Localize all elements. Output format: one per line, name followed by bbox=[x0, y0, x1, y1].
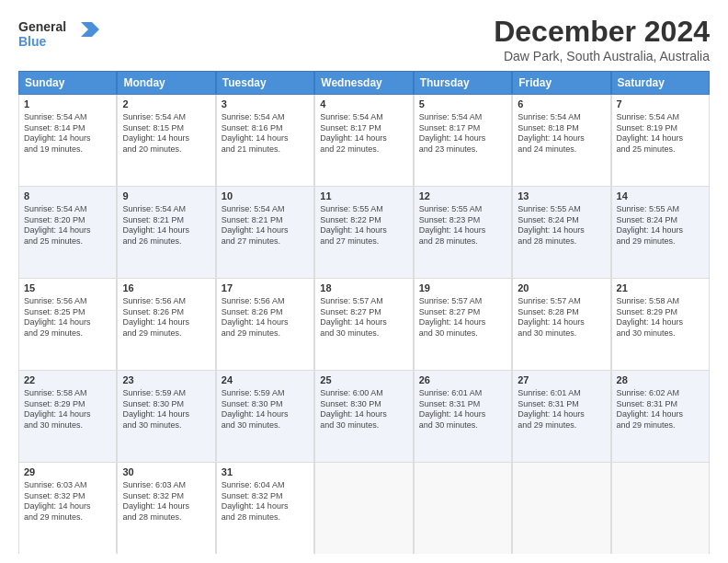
day-cell-1-5: 13Sunrise: 5:55 AM Sunset: 8:24 PM Dayli… bbox=[512, 187, 610, 278]
page: General Blue December 2024 Daw Park, Sou… bbox=[0, 0, 728, 563]
day-number-2-3: 18 bbox=[320, 282, 407, 295]
day-cell-0-2: 3Sunrise: 5:54 AM Sunset: 8:16 PM Daylig… bbox=[216, 95, 314, 186]
day-cell-3-1: 23Sunrise: 5:59 AM Sunset: 8:30 PM Dayli… bbox=[117, 371, 215, 462]
day-cell-3-3: 25Sunrise: 6:00 AM Sunset: 8:30 PM Dayli… bbox=[314, 371, 413, 462]
svg-text:General: General bbox=[18, 19, 66, 34]
day-cell-1-4: 12Sunrise: 5:55 AM Sunset: 8:23 PM Dayli… bbox=[414, 187, 512, 278]
day-number-1-2: 10 bbox=[222, 190, 309, 203]
day-cell-1-0: 8Sunrise: 5:54 AM Sunset: 8:20 PM Daylig… bbox=[18, 187, 117, 278]
month-title: December 2024 bbox=[494, 15, 710, 49]
week-row-5: 29Sunrise: 6:03 AM Sunset: 8:32 PM Dayli… bbox=[18, 463, 710, 554]
day-cell-2-2: 17Sunrise: 5:56 AM Sunset: 8:26 PM Dayli… bbox=[216, 279, 314, 370]
day-number-1-6: 14 bbox=[617, 190, 704, 203]
day-cell-0-1: 2Sunrise: 5:54 AM Sunset: 8:15 PM Daylig… bbox=[117, 95, 215, 186]
col-wednesday: Wednesday bbox=[314, 71, 413, 95]
day-info-1-4: Sunrise: 5:55 AM Sunset: 8:23 PM Dayligh… bbox=[419, 204, 506, 247]
day-info-1-6: Sunrise: 5:55 AM Sunset: 8:24 PM Dayligh… bbox=[617, 204, 704, 247]
location: Daw Park, South Australia, Australia bbox=[494, 49, 710, 63]
logo-block: General Blue bbox=[18, 15, 101, 55]
day-info-3-2: Sunrise: 5:59 AM Sunset: 8:30 PM Dayligh… bbox=[222, 388, 309, 431]
day-number-3-6: 28 bbox=[617, 373, 704, 387]
day-info-1-3: Sunrise: 5:55 AM Sunset: 8:22 PM Dayligh… bbox=[320, 204, 407, 247]
day-number-3-1: 23 bbox=[122, 373, 210, 387]
day-number-3-3: 25 bbox=[320, 373, 407, 387]
day-info-2-5: Sunrise: 5:57 AM Sunset: 8:28 PM Dayligh… bbox=[518, 296, 605, 339]
day-info-1-2: Sunrise: 5:54 AM Sunset: 8:21 PM Dayligh… bbox=[222, 204, 309, 247]
day-info-0-0: Sunrise: 5:54 AM Sunset: 8:14 PM Dayligh… bbox=[24, 112, 111, 155]
day-cell-2-5: 20Sunrise: 5:57 AM Sunset: 8:28 PM Dayli… bbox=[512, 279, 610, 370]
col-saturday: Saturday bbox=[611, 71, 710, 95]
day-cell-4-0: 29Sunrise: 6:03 AM Sunset: 8:32 PM Dayli… bbox=[18, 463, 117, 554]
day-cell-1-6: 14Sunrise: 5:55 AM Sunset: 8:24 PM Dayli… bbox=[611, 187, 710, 278]
day-info-2-2: Sunrise: 5:56 AM Sunset: 8:26 PM Dayligh… bbox=[222, 296, 309, 339]
col-sunday: Sunday bbox=[18, 71, 117, 95]
day-cell-4-5 bbox=[512, 463, 610, 554]
day-number-1-5: 13 bbox=[518, 190, 605, 203]
day-info-1-0: Sunrise: 5:54 AM Sunset: 8:20 PM Dayligh… bbox=[24, 204, 111, 247]
day-cell-3-0: 22Sunrise: 5:58 AM Sunset: 8:29 PM Dayli… bbox=[18, 371, 117, 462]
day-number-0-4: 5 bbox=[419, 98, 506, 111]
day-number-2-0: 15 bbox=[24, 282, 111, 295]
week-row-1: 1Sunrise: 5:54 AM Sunset: 8:14 PM Daylig… bbox=[18, 95, 710, 187]
day-number-4-0: 29 bbox=[24, 465, 111, 479]
day-cell-4-2: 31Sunrise: 6:04 AM Sunset: 8:32 PM Dayli… bbox=[216, 463, 314, 554]
day-cell-1-1: 9Sunrise: 5:54 AM Sunset: 8:21 PM Daylig… bbox=[117, 187, 215, 278]
calendar-body: 1Sunrise: 5:54 AM Sunset: 8:14 PM Daylig… bbox=[18, 95, 710, 554]
day-info-0-1: Sunrise: 5:54 AM Sunset: 8:15 PM Dayligh… bbox=[122, 112, 210, 155]
day-info-3-0: Sunrise: 5:58 AM Sunset: 8:29 PM Dayligh… bbox=[24, 388, 111, 431]
day-cell-3-2: 24Sunrise: 5:59 AM Sunset: 8:30 PM Dayli… bbox=[216, 371, 314, 462]
day-number-0-1: 2 bbox=[122, 98, 210, 111]
col-monday: Monday bbox=[117, 71, 215, 95]
day-cell-3-5: 27Sunrise: 6:01 AM Sunset: 8:31 PM Dayli… bbox=[512, 371, 610, 462]
day-cell-3-6: 28Sunrise: 6:02 AM Sunset: 8:31 PM Dayli… bbox=[611, 371, 710, 462]
week-row-3: 15Sunrise: 5:56 AM Sunset: 8:25 PM Dayli… bbox=[18, 279, 710, 371]
day-number-4-2: 31 bbox=[222, 465, 309, 479]
day-info-4-2: Sunrise: 6:04 AM Sunset: 8:32 PM Dayligh… bbox=[222, 480, 309, 523]
day-cell-2-6: 21Sunrise: 5:58 AM Sunset: 8:29 PM Dayli… bbox=[611, 279, 710, 370]
day-info-2-4: Sunrise: 5:57 AM Sunset: 8:27 PM Dayligh… bbox=[419, 296, 506, 339]
day-cell-1-3: 11Sunrise: 5:55 AM Sunset: 8:22 PM Dayli… bbox=[314, 187, 413, 278]
week-row-2: 8Sunrise: 5:54 AM Sunset: 8:20 PM Daylig… bbox=[18, 187, 710, 279]
day-number-3-2: 24 bbox=[222, 373, 309, 387]
day-info-2-6: Sunrise: 5:58 AM Sunset: 8:29 PM Dayligh… bbox=[617, 296, 704, 339]
day-cell-4-4 bbox=[414, 463, 512, 554]
day-number-2-1: 16 bbox=[122, 282, 210, 295]
col-friday: Friday bbox=[512, 71, 610, 95]
day-cell-2-4: 19Sunrise: 5:57 AM Sunset: 8:27 PM Dayli… bbox=[414, 279, 512, 370]
logo: General Blue bbox=[18, 15, 101, 55]
day-number-3-4: 26 bbox=[419, 373, 506, 387]
day-info-2-1: Sunrise: 5:56 AM Sunset: 8:26 PM Dayligh… bbox=[122, 296, 210, 339]
day-number-1-3: 11 bbox=[320, 190, 407, 203]
day-info-0-5: Sunrise: 5:54 AM Sunset: 8:18 PM Dayligh… bbox=[518, 112, 605, 155]
day-number-3-0: 22 bbox=[24, 373, 111, 387]
day-cell-0-5: 6Sunrise: 5:54 AM Sunset: 8:18 PM Daylig… bbox=[512, 95, 610, 186]
day-number-0-3: 4 bbox=[320, 98, 407, 111]
calendar-header: Sunday Monday Tuesday Wednesday Thursday… bbox=[18, 71, 710, 95]
title-block: December 2024 Daw Park, South Australia,… bbox=[494, 15, 710, 63]
day-cell-0-6: 7Sunrise: 5:54 AM Sunset: 8:19 PM Daylig… bbox=[611, 95, 710, 186]
day-info-0-3: Sunrise: 5:54 AM Sunset: 8:17 PM Dayligh… bbox=[320, 112, 407, 155]
day-info-4-1: Sunrise: 6:03 AM Sunset: 8:32 PM Dayligh… bbox=[122, 480, 210, 523]
day-number-0-6: 7 bbox=[617, 98, 704, 111]
day-number-0-0: 1 bbox=[24, 98, 111, 111]
day-info-3-6: Sunrise: 6:02 AM Sunset: 8:31 PM Dayligh… bbox=[617, 388, 704, 431]
week-row-4: 22Sunrise: 5:58 AM Sunset: 8:29 PM Dayli… bbox=[18, 371, 710, 463]
day-number-0-2: 3 bbox=[222, 98, 309, 111]
day-info-1-5: Sunrise: 5:55 AM Sunset: 8:24 PM Dayligh… bbox=[518, 204, 605, 247]
day-info-3-1: Sunrise: 5:59 AM Sunset: 8:30 PM Dayligh… bbox=[122, 388, 210, 431]
day-number-0-5: 6 bbox=[518, 98, 605, 111]
day-info-4-0: Sunrise: 6:03 AM Sunset: 8:32 PM Dayligh… bbox=[24, 480, 111, 523]
day-number-1-1: 9 bbox=[122, 190, 210, 203]
day-cell-3-4: 26Sunrise: 6:01 AM Sunset: 8:31 PM Dayli… bbox=[414, 371, 512, 462]
day-cell-0-0: 1Sunrise: 5:54 AM Sunset: 8:14 PM Daylig… bbox=[18, 95, 117, 186]
day-info-2-0: Sunrise: 5:56 AM Sunset: 8:25 PM Dayligh… bbox=[24, 296, 111, 339]
col-thursday: Thursday bbox=[414, 71, 512, 95]
day-cell-4-6 bbox=[611, 463, 710, 554]
svg-marker-2 bbox=[81, 22, 99, 37]
day-cell-2-3: 18Sunrise: 5:57 AM Sunset: 8:27 PM Dayli… bbox=[314, 279, 413, 370]
col-tuesday: Tuesday bbox=[216, 71, 314, 95]
calendar: Sunday Monday Tuesday Wednesday Thursday… bbox=[18, 71, 710, 554]
day-info-0-4: Sunrise: 5:54 AM Sunset: 8:17 PM Dayligh… bbox=[419, 112, 506, 155]
day-number-3-5: 27 bbox=[518, 373, 605, 387]
day-number-2-6: 21 bbox=[617, 282, 704, 295]
